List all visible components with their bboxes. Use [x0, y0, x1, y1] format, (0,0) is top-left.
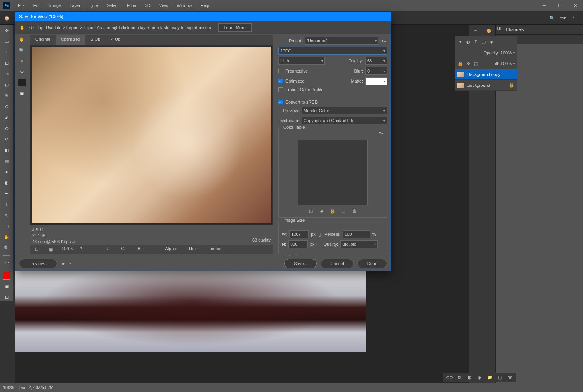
menu-view[interactable]: View	[155, 2, 172, 9]
crop-tool[interactable]: ✂	[2, 70, 11, 78]
quick-mask[interactable]: ▣	[2, 282, 11, 290]
menu-image[interactable]: Image	[45, 2, 65, 9]
menu-filter[interactable]: Filter	[123, 2, 140, 9]
marquee-tool[interactable]: ▭	[2, 37, 11, 46]
checkbox2-icon[interactable]: ▣	[48, 246, 54, 252]
format-select[interactable]: JPEG▾	[278, 47, 387, 55]
browser-icon[interactable]: ⊕	[60, 261, 66, 267]
maximize-button[interactable]: ☐	[552, 0, 567, 11]
stamp-tool[interactable]: ⊙	[2, 124, 11, 133]
quality-mode-select[interactable]: High▾	[278, 57, 325, 65]
ct-icon1[interactable]: ◫	[308, 208, 314, 214]
edit-toolbar[interactable]: ⋯	[2, 259, 11, 267]
rectangle-tool[interactable]: ▢	[2, 222, 11, 230]
quality-input[interactable]: 68▾	[365, 57, 387, 65]
zoom-value[interactable]: 100%	[3, 385, 14, 390]
metadata-select[interactable]: Copyright and Contact Info▾	[302, 117, 387, 124]
menu-select[interactable]: Select	[103, 2, 123, 9]
done-button[interactable]: Done	[357, 259, 387, 268]
fill-value[interactable]: 100%	[501, 61, 512, 66]
brushes-icon[interactable]: ≡	[472, 28, 479, 34]
channels-tab[interactable]: Channels	[502, 25, 527, 34]
filter-icon[interactable]: ▾	[457, 39, 463, 45]
screen-mode[interactable]: ⊡	[2, 293, 11, 301]
hand-icon[interactable]: ✋	[19, 24, 25, 31]
preview-mode-select[interactable]: Monitor Color▾	[302, 107, 387, 114]
home-icon[interactable]: 🏠	[2, 13, 12, 22]
zoom-tool[interactable]: 🔍	[2, 243, 11, 252]
move-tool[interactable]: ✥	[2, 26, 11, 35]
checkbox-icon[interactable]: ☐	[34, 246, 40, 252]
lock-icon[interactable]: 🔒	[457, 60, 463, 67]
layer-row[interactable]: Background 🔒	[455, 80, 517, 91]
opacity-value[interactable]: 100%	[501, 50, 512, 55]
preview-button[interactable]: Preview...	[19, 259, 57, 268]
dlg-hand-tool[interactable]: ✋	[17, 35, 26, 44]
type-icon[interactable]: T	[473, 39, 479, 45]
adjustment-icon[interactable]: ◉	[477, 374, 483, 380]
group-icon[interactable]: 📁	[487, 374, 493, 380]
menu-window[interactable]: Window	[173, 2, 196, 9]
pen-tool[interactable]: ✒	[2, 189, 11, 198]
eyedropper-tool[interactable]: ✎	[2, 92, 11, 100]
tab-2up[interactable]: 2-Up	[85, 35, 106, 45]
layer-row[interactable]: Background copy	[455, 69, 517, 80]
search-icon[interactable]: 🔍	[549, 15, 555, 21]
ct-icon2[interactable]: ◈	[319, 208, 325, 214]
chevron-down-icon[interactable]: ▾	[513, 51, 515, 55]
embed-profile-checkbox[interactable]	[278, 87, 283, 92]
preset-menu-icon[interactable]: ▾≡	[381, 38, 387, 44]
menu-layer[interactable]: Layer	[66, 2, 84, 9]
history-brush-tool[interactable]: ↺	[2, 135, 11, 143]
ct-new-icon[interactable]: ▢	[340, 208, 347, 214]
chevron-down-icon[interactable]: ▾	[513, 62, 515, 66]
ct-trash-icon[interactable]: 🗑	[351, 208, 357, 214]
dlg-zoom-tool[interactable]: 🔍	[17, 46, 26, 55]
dlg-eyedropper-tool[interactable]: ✎	[17, 57, 26, 66]
zoom-readout[interactable]: 100%	[62, 246, 73, 252]
menu-type[interactable]: Type	[85, 2, 102, 9]
workspace-icon[interactable]: ▭▾	[560, 15, 566, 21]
tab-original[interactable]: Original	[30, 35, 56, 45]
blur-input[interactable]: 0▾	[365, 67, 387, 75]
dlg-toggle-tool[interactable]: ▣	[17, 89, 26, 97]
color-table-grid[interactable]	[298, 140, 368, 205]
percent-input[interactable]	[343, 230, 370, 238]
healing-tool[interactable]: ⊕	[2, 102, 11, 111]
shape-icon[interactable]: ▢	[481, 39, 487, 45]
preset-select[interactable]: [Unnamed]▾	[305, 37, 378, 45]
dlg-slice-tool[interactable]: ✂	[17, 68, 26, 76]
link-icon[interactable]: ]	[319, 232, 321, 237]
tab-4up[interactable]: 4-Up	[106, 35, 126, 45]
close-button[interactable]: ✕	[567, 0, 583, 11]
delete-layer-icon[interactable]: 🗑	[507, 374, 513, 380]
blend-icon[interactable]: ◐	[465, 39, 471, 45]
optimized-checkbox[interactable]: ✓	[278, 79, 283, 83]
progressive-checkbox[interactable]	[278, 69, 283, 73]
new-layer-icon[interactable]: ▢	[497, 374, 503, 380]
lock-all-icon[interactable]: ⬚	[473, 60, 479, 67]
resample-select[interactable]: Bicubic▾	[340, 240, 378, 248]
save-button[interactable]: Save...	[284, 259, 317, 268]
learn-more-button[interactable]: Learn More	[218, 23, 252, 32]
layers-icon[interactable]: ◨	[496, 25, 502, 31]
menu-edit[interactable]: Edit	[29, 2, 45, 9]
color-icon[interactable]: 🎨	[486, 28, 492, 34]
menu-3d[interactable]: 3D	[141, 2, 154, 9]
matte-select[interactable]: ▾	[365, 77, 387, 85]
fx-icon[interactable]: fx	[456, 374, 463, 380]
chevron-right-icon[interactable]: ›	[58, 386, 59, 389]
width-input[interactable]	[289, 230, 309, 238]
share-icon[interactable]: ⇪	[571, 15, 577, 21]
minimize-button[interactable]: ─	[536, 0, 552, 11]
frame-tool[interactable]: ⊞	[2, 81, 11, 89]
color-table-menu-icon[interactable]: ▾≡	[378, 130, 384, 136]
eraser-tool[interactable]: ◧	[2, 146, 11, 154]
mask-icon[interactable]: ◐	[467, 374, 473, 380]
link-layers-icon[interactable]: ⊂⊃	[446, 374, 453, 380]
brush-tool[interactable]: 🖌	[2, 113, 11, 122]
menu-file[interactable]: File	[14, 2, 29, 9]
menu-help[interactable]: Help	[197, 2, 213, 9]
dlg-color-swatch[interactable]	[18, 79, 26, 86]
dodge-tool[interactable]: ◐	[2, 178, 11, 187]
